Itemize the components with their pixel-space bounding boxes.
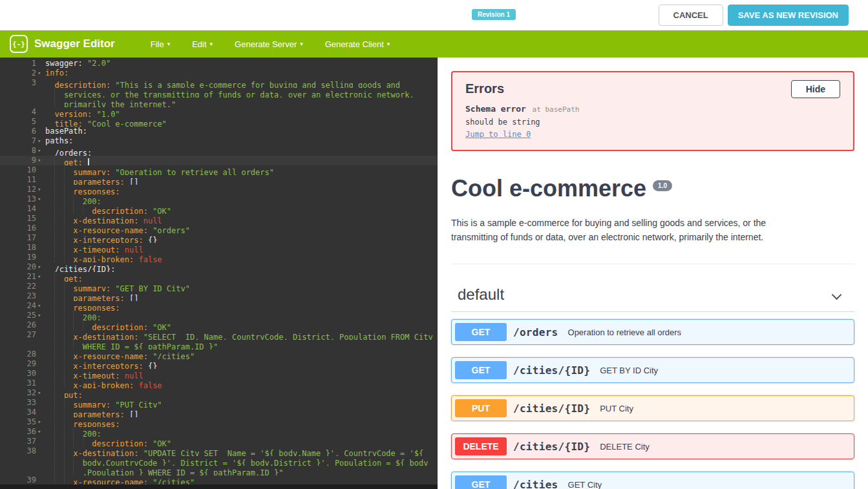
fold-icon[interactable]: ▾ (36, 272, 45, 282)
code-line[interactable]: 35▾ responses: (0, 417, 438, 427)
code-line[interactable]: 23 parameters: [] (0, 291, 438, 301)
code-line[interactable]: 33 summary: "PUT City" (0, 398, 438, 408)
code-line[interactable]: 1swagger: "2.0" (0, 59, 438, 68)
jump-to-line-link[interactable]: Jump to line 0 (465, 130, 531, 139)
errors-header: Errors Hide (465, 80, 840, 98)
code-line[interactable]: 19 x-api-broken: false (0, 253, 438, 262)
indent-guide (64, 427, 73, 437)
fold-icon[interactable]: ▾ (36, 146, 45, 156)
code-line[interactable]: 26 description: "OK" (0, 320, 438, 330)
code-line[interactable]: 30 x-timeout: null (0, 369, 438, 379)
code-line[interactable]: 3 description: "This is a sample e-comme… (0, 78, 438, 88)
operation-get-cities[interactable]: GET/citiesGET City (451, 472, 854, 489)
code-line[interactable]: .Population } WHERE ID = ${ pathParam.ID… (0, 466, 438, 475)
menu-edit[interactable]: Edit▾ (192, 39, 213, 49)
line-number: 6 (32, 127, 36, 136)
operation-get-cities-id[interactable]: GET/cities/{ID}GET BY ID City (451, 357, 854, 383)
code-line[interactable]: 9▾ get: (0, 156, 438, 165)
code-line[interactable]: 4 version: "1.0" (0, 107, 438, 117)
menu-generate-client[interactable]: Generate Client▾ (325, 39, 390, 49)
menu-file[interactable]: File▾ (151, 39, 170, 49)
operation-put-cities-id[interactable]: PUT/cities/{ID}PUT City (451, 395, 854, 421)
indent-guide (54, 98, 63, 107)
error-name: Schema error (465, 104, 526, 114)
fold-icon[interactable]: ▾ (36, 136, 45, 146)
save-as-new-revision-button[interactable]: SAVE AS NEW REVISION (728, 5, 849, 26)
fold-slot (36, 320, 45, 330)
indent-guide (54, 282, 63, 291)
code-line[interactable]: 29 x-interceptors: {} (0, 359, 438, 369)
code-line[interactable]: 16 x-resource-name: "orders" (0, 224, 438, 233)
code-line[interactable]: 20▾ /cities/{ID}: (0, 262, 438, 272)
code-line[interactable]: 22 summary: "GET BY ID City" (0, 282, 438, 291)
gutter-cell: 3 (0, 78, 45, 88)
code-line[interactable]: services, or the transmitting of funds o… (0, 88, 438, 98)
fold-icon[interactable]: ▾ (36, 194, 45, 204)
code-line[interactable]: 7▾paths: (0, 136, 438, 146)
code-line[interactable]: 17 x-interceptors: {} (0, 233, 438, 243)
operation-delete-cities-id[interactable]: DELETE/cities/{ID}DELETE City (451, 433, 854, 459)
code-line[interactable]: 6basePath: (0, 127, 438, 136)
code-line[interactable]: 13▾ 200: (0, 194, 438, 204)
code-line[interactable]: 15 x-destination: null (0, 214, 438, 224)
code-line[interactable]: 39 x-resource-name: "/cities" (0, 475, 438, 485)
indent-guide (45, 388, 54, 398)
operation-summary: DELETE City (600, 442, 650, 452)
code-text: x-resource-name: "orders" (45, 224, 438, 233)
code-text: description: "This is a sample e-commerc… (45, 78, 438, 88)
fold-icon[interactable]: ▾ (36, 68, 45, 78)
code-line[interactable]: 25▾ 200: (0, 311, 438, 320)
code-text: parameters: [] (45, 408, 438, 417)
fold-icon[interactable]: ▾ (36, 417, 45, 427)
indent-guide (45, 262, 54, 272)
fold-icon[interactable]: ▾ (36, 311, 45, 320)
code-line[interactable]: body.CountryCode }', District = '${ body… (0, 456, 438, 466)
fold-icon[interactable]: ▾ (36, 388, 45, 398)
section-default[interactable]: default (451, 264, 854, 312)
code-line[interactable]: 28 x-resource-name: "/cities" (0, 349, 438, 359)
chevron-down-icon[interactable] (832, 290, 842, 300)
code-line[interactable]: 21▾ get: (0, 272, 438, 282)
fold-icon[interactable]: ▾ (36, 185, 45, 194)
fold-icon[interactable]: ▾ (36, 262, 45, 272)
editor-horizontal-scrollbar[interactable] (0, 484, 438, 489)
fold-icon[interactable]: ▾ (36, 301, 45, 311)
code-line[interactable]: 37 description: "OK" (0, 437, 438, 446)
code-line[interactable]: 10 summary: "Operation to retrieve all o… (0, 165, 438, 175)
code-line[interactable]: primarily the internet." (0, 98, 438, 107)
code-line[interactable]: 8▾ /orders: (0, 146, 438, 156)
code-line[interactable]: 12▾ responses: (0, 185, 438, 194)
code-line[interactable]: 14 description: "OK" (0, 204, 438, 214)
hide-errors-button[interactable]: Hide (791, 80, 840, 98)
code-editor[interactable]: 1swagger: "2.0"2▾info:3 description: "Th… (0, 57, 438, 489)
line-number: 27 (27, 330, 36, 340)
code-line[interactable]: 2▾info: (0, 68, 438, 78)
code-line[interactable]: 31 x-api-broken: false (0, 379, 438, 388)
code-line[interactable]: 24▾ responses: (0, 301, 438, 311)
code-line[interactable]: 5 title: "Cool e-commerce" (0, 117, 438, 127)
code-text: 200: (45, 427, 438, 437)
code-line[interactable]: 36▾ 200: (0, 427, 438, 437)
code-line[interactable]: WHERE ID = ${ pathParam.ID }" (0, 340, 438, 349)
indent-guide (73, 311, 82, 320)
code-line[interactable]: 27 x-destination: "SELECT ID, Name, Coun… (0, 330, 438, 340)
gutter-cell: 33 (0, 398, 45, 408)
cancel-button[interactable]: CANCEL (659, 5, 723, 26)
code-text: 200: (45, 194, 438, 204)
operation-get-orders[interactable]: GET/ordersOperation to retrieve all orde… (451, 319, 854, 345)
code-line[interactable]: 38 x-destination: "UPDATE City SET Name … (0, 446, 438, 456)
code-line[interactable]: 11 parameters: [] (0, 175, 438, 185)
indent-guide (45, 379, 54, 388)
code-line[interactable]: 32▾ put: (0, 388, 438, 398)
code-line[interactable]: 34 parameters: [] (0, 408, 438, 417)
code-line[interactable]: 18 x-timeout: null (0, 243, 438, 253)
indent-guide (73, 204, 82, 214)
line-number: 34 (27, 408, 36, 417)
indent-guide (45, 320, 54, 330)
line-number: 39 (27, 475, 36, 485)
fold-icon[interactable]: ▾ (36, 156, 45, 165)
line-number: 29 (27, 359, 36, 369)
indent-guide (73, 456, 82, 466)
menu-generate-server[interactable]: Generate Server▾ (235, 39, 303, 49)
fold-icon[interactable]: ▾ (36, 427, 45, 437)
